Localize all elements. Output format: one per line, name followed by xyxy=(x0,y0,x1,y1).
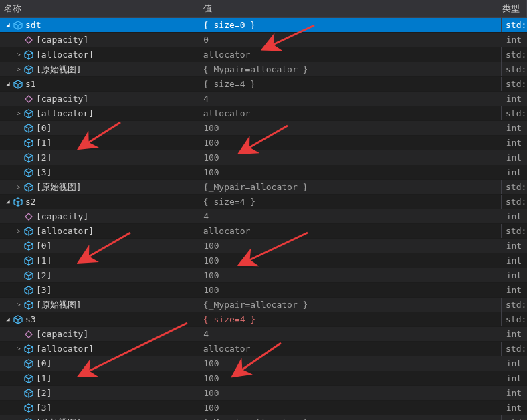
cell-name[interactable]: ◢ s1 xyxy=(0,77,199,91)
cell-value[interactable]: { size=4 } xyxy=(199,77,502,91)
cell-name[interactable]: [2] xyxy=(0,386,199,400)
cell-name[interactable]: [1] xyxy=(0,371,199,385)
watch-tree[interactable]: ◢ sdt{ size=0 }std::v [capacity]0int▷ [a… xyxy=(0,18,527,420)
expander-toggle[interactable]: ◢ xyxy=(4,195,12,209)
cell-name[interactable]: ▷ [原始视图] xyxy=(0,415,199,420)
tree-row[interactable]: ▷ [allocator]allocatorstd::_ xyxy=(0,224,527,239)
cell-value[interactable]: 100 xyxy=(199,136,502,150)
cell-name[interactable]: ◢ sdt xyxy=(0,18,199,32)
tree-row[interactable]: [2]100int xyxy=(0,386,527,401)
tree-row[interactable]: [2]100int xyxy=(0,268,527,283)
tree-row[interactable]: ▷ [原始视图]{_Mypair=allocator }std::v xyxy=(0,180,527,195)
cell-name[interactable]: ▷ [allocator] xyxy=(0,342,199,356)
cell-value[interactable]: allocator xyxy=(199,342,502,356)
tree-row[interactable]: ◢ s3{ size=4 }std::v xyxy=(0,312,527,327)
header-value[interactable]: 值 xyxy=(199,0,498,17)
expander-toggle[interactable]: ▷ xyxy=(15,180,23,194)
cell-name[interactable]: [capacity] xyxy=(0,327,199,341)
cell-value[interactable]: 100 xyxy=(199,356,502,371)
expander-toggle[interactable]: ▷ xyxy=(15,224,23,238)
cell-value[interactable]: { size=4 } xyxy=(199,312,502,326)
cell-value[interactable]: allocator xyxy=(199,106,502,120)
cell-value[interactable]: 100 xyxy=(199,371,502,385)
tree-row[interactable]: ▷ [allocator]allocatorstd::_ xyxy=(0,47,527,62)
cell-name[interactable]: [2] xyxy=(0,268,199,282)
cell-name[interactable]: [capacity] xyxy=(0,209,199,223)
cell-name[interactable]: [0] xyxy=(0,239,199,253)
tree-row[interactable]: ◢ s1{ size=4 }std::v xyxy=(0,77,527,92)
tree-row[interactable]: [capacity]4int xyxy=(0,327,527,342)
tree-row[interactable]: [capacity]0int xyxy=(0,33,527,47)
cell-value[interactable]: allocator xyxy=(199,47,502,62)
cell-value[interactable]: 100 xyxy=(199,165,502,179)
expander-toggle[interactable]: ▷ xyxy=(15,342,23,356)
expander-toggle[interactable]: ▷ xyxy=(15,298,23,312)
cell-name[interactable]: ◢ s3 xyxy=(0,312,199,326)
cell-value[interactable]: 100 xyxy=(199,401,502,415)
expander-toggle[interactable]: ◢ xyxy=(4,77,12,91)
tree-row[interactable]: [capacity]4int xyxy=(0,92,527,106)
cell-value[interactable]: allocator xyxy=(199,224,502,238)
cell-value[interactable]: 0 xyxy=(199,33,502,47)
cell-value[interactable]: {_Mypair=allocator } xyxy=(199,298,502,312)
tree-row[interactable]: ▷ [allocator]allocatorstd::_ xyxy=(0,342,527,356)
header-type[interactable]: 类型 xyxy=(498,0,527,17)
tree-row[interactable]: [0]100int xyxy=(0,239,527,253)
tree-row[interactable]: [0]100int xyxy=(0,356,527,371)
cell-value[interactable]: {_Mypair=allocator } xyxy=(199,62,502,76)
cell-value[interactable]: 4 xyxy=(199,92,502,106)
cell-value[interactable]: { size=0 } xyxy=(199,18,502,32)
tree-row[interactable]: [2]100int xyxy=(0,150,527,165)
cell-name[interactable]: [3] xyxy=(0,165,199,179)
cell-name[interactable]: [capacity] xyxy=(0,92,199,106)
cell-value[interactable]: {_Mypair=allocator } xyxy=(199,180,502,194)
expander-toggle[interactable]: ▷ xyxy=(15,415,23,420)
cell-name[interactable]: [2] xyxy=(0,150,199,165)
tree-row[interactable]: ◢ sdt{ size=0 }std::v xyxy=(0,18,527,33)
cell-value[interactable]: 4 xyxy=(199,209,502,223)
tree-row[interactable]: ◢ s2{ size=4 }std::v xyxy=(0,195,527,209)
tree-row[interactable]: [capacity]4int xyxy=(0,209,527,224)
cell-value[interactable]: { size=4 } xyxy=(199,195,502,209)
cell-name[interactable]: ▷ [allocator] xyxy=(0,106,199,120)
tree-row[interactable]: [1]100int xyxy=(0,253,527,268)
tree-row[interactable]: ▷ [allocator]allocatorstd::_ xyxy=(0,106,527,121)
cell-value[interactable]: 100 xyxy=(199,268,502,282)
cell-value[interactable]: 100 xyxy=(199,386,502,400)
expander-toggle[interactable]: ▷ xyxy=(15,106,23,120)
cell-name[interactable]: [1] xyxy=(0,253,199,268)
cell-value[interactable]: 4 xyxy=(199,327,502,341)
tree-row[interactable]: ▷ [原始视图]{_Mypair=allocator }std::v xyxy=(0,415,527,420)
cell-value[interactable]: 100 xyxy=(199,283,502,297)
cell-name[interactable]: ▷ [原始视图] xyxy=(0,62,199,76)
cell-value[interactable]: 100 xyxy=(199,121,502,135)
tree-row[interactable]: [1]100int xyxy=(0,136,527,150)
cell-name[interactable]: [3] xyxy=(0,401,199,415)
cell-value[interactable]: 100 xyxy=(199,253,502,268)
expander-toggle[interactable]: ◢ xyxy=(4,312,12,326)
cell-value[interactable]: 100 xyxy=(199,150,502,165)
cell-name[interactable]: ▷ [allocator] xyxy=(0,47,199,62)
expander-toggle[interactable]: ▷ xyxy=(15,47,23,62)
tree-row[interactable]: [3]100int xyxy=(0,401,527,415)
cell-value[interactable]: {_Mypair=allocator } xyxy=(199,415,502,420)
cell-name[interactable]: [3] xyxy=(0,283,199,297)
header-name[interactable]: 名称 xyxy=(0,0,199,17)
tree-row[interactable]: [0]100int xyxy=(0,121,527,136)
cell-name[interactable]: [0] xyxy=(0,121,199,135)
cell-name[interactable]: [1] xyxy=(0,136,199,150)
cell-name[interactable]: ▷ [原始视图] xyxy=(0,180,199,194)
tree-row[interactable]: [3]100int xyxy=(0,165,527,180)
tree-row[interactable]: ▷ [原始视图]{_Mypair=allocator }std::v xyxy=(0,62,527,77)
cell-value[interactable]: 100 xyxy=(199,239,502,253)
cell-name[interactable]: ▷ [allocator] xyxy=(0,224,199,238)
cell-name[interactable]: [capacity] xyxy=(0,33,199,47)
expander-toggle[interactable]: ▷ xyxy=(15,62,23,76)
cell-name[interactable]: [0] xyxy=(0,356,199,371)
cell-name[interactable]: ◢ s2 xyxy=(0,195,199,209)
tree-row[interactable]: [1]100int xyxy=(0,371,527,386)
cell-name[interactable]: ▷ [原始视图] xyxy=(0,298,199,312)
tree-row[interactable]: ▷ [原始视图]{_Mypair=allocator }std::v xyxy=(0,298,527,312)
expander-toggle[interactable]: ◢ xyxy=(4,18,12,32)
tree-row[interactable]: [3]100int xyxy=(0,283,527,298)
